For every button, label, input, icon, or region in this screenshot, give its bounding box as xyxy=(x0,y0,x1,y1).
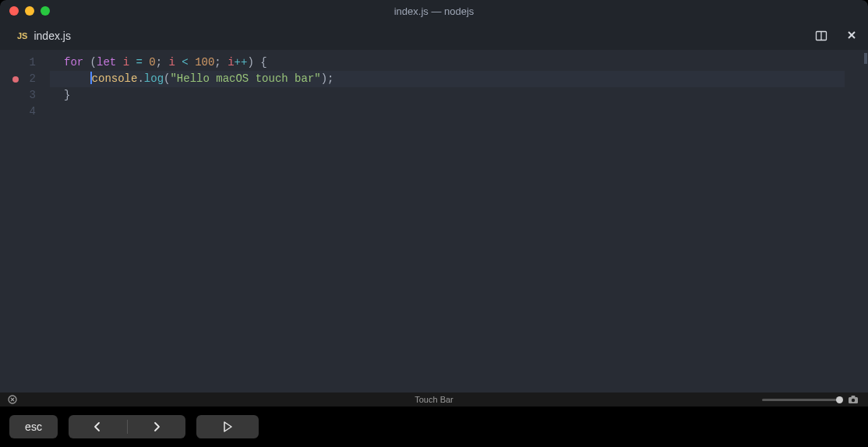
esc-label: esc xyxy=(25,421,42,433)
svg-rect-8 xyxy=(852,396,856,398)
touchbar-header: Touch Bar xyxy=(0,392,868,407)
touchbar-esc-button[interactable]: esc xyxy=(9,415,58,438)
window-minimize-button[interactable] xyxy=(25,6,34,16)
touchbar-title: Touch Bar xyxy=(415,395,453,404)
line-number[interactable]: 2 xyxy=(0,71,50,87)
close-icon[interactable] xyxy=(846,30,857,42)
code-line[interactable]: for (let i = 0; i < 100; i++) { xyxy=(50,55,845,71)
split-editor-icon[interactable] xyxy=(815,30,827,42)
code-line[interactable] xyxy=(50,104,845,120)
camera-icon[interactable] xyxy=(848,395,859,404)
minimap[interactable] xyxy=(845,50,868,392)
breakpoint-icon[interactable] xyxy=(12,76,19,83)
line-gutter[interactable]: 1234 xyxy=(0,50,50,392)
window-close-button[interactable] xyxy=(9,6,19,16)
touchbar-forward-button[interactable] xyxy=(128,421,186,433)
code-editor[interactable]: 1234 for (let i = 0; i < 100; i++) { con… xyxy=(0,50,868,392)
window-maximize-button[interactable] xyxy=(41,6,50,16)
touchbar-opacity-slider[interactable] xyxy=(762,399,840,401)
window-title: index.js — nodejs xyxy=(394,5,475,17)
line-number[interactable]: 4 xyxy=(0,104,50,120)
svg-marker-10 xyxy=(224,422,231,431)
touchbar-nav-group xyxy=(69,415,185,438)
tab-index-js[interactable]: JS index.js xyxy=(9,25,79,47)
touchbar-back-button[interactable] xyxy=(69,421,127,433)
code-area[interactable]: for (let i = 0; i < 100; i++) { console.… xyxy=(50,50,845,392)
code-line[interactable]: } xyxy=(50,87,845,104)
code-line[interactable]: console.log("Hello macOS touch bar"); xyxy=(50,71,845,87)
tab-label: index.js xyxy=(34,30,70,42)
touchbar-close-icon[interactable] xyxy=(8,395,17,404)
touchbar: esc xyxy=(0,407,868,447)
svg-point-9 xyxy=(852,399,855,402)
tab-bar: JS index.js xyxy=(0,22,868,50)
line-number[interactable]: 3 xyxy=(0,87,50,104)
window-titlebar: index.js — nodejs xyxy=(0,0,868,22)
minimap-slider[interactable] xyxy=(864,53,867,64)
line-number[interactable]: 1 xyxy=(0,55,50,71)
js-file-icon: JS xyxy=(17,31,27,40)
slider-thumb[interactable] xyxy=(836,396,843,403)
touchbar-play-button[interactable] xyxy=(196,415,259,438)
